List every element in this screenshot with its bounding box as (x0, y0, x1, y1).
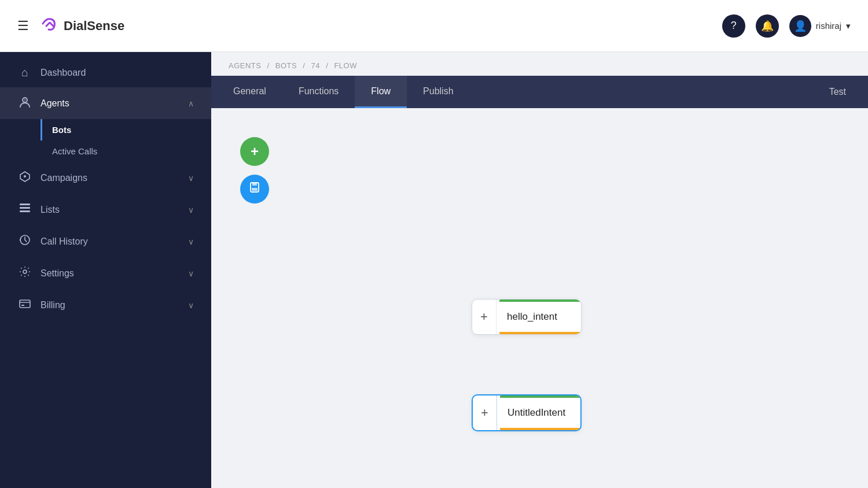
sidebar-item-label: Lists (41, 205, 180, 215)
breadcrumb-bots[interactable]: BOTS (275, 61, 297, 70)
help-button[interactable]: ? (722, 14, 745, 38)
help-icon: ? (731, 20, 737, 32)
tab-publish-label: Publish (423, 86, 453, 97)
bots-label: Bots (52, 125, 71, 135)
logo: DialSense (38, 13, 124, 38)
sidebar-item-settings[interactable]: Settings ∨ (0, 257, 211, 289)
notification-button[interactable]: 🔔 (756, 14, 779, 38)
svg-rect-3 (20, 204, 30, 205)
svg-point-2 (24, 175, 26, 178)
header: ☰ DialSense ? 🔔 👤 rishiraj ▾ (0, 0, 868, 52)
plus-icon: + (481, 405, 488, 420)
tab-flow-label: Flow (371, 86, 391, 97)
chevron-down-icon: ▾ (846, 21, 851, 31)
sidebar-item-billing[interactable]: Billing ∨ (0, 289, 211, 321)
username: rishiraj (816, 21, 841, 31)
sidebar-item-dashboard[interactable]: ⌂ Dashboard (0, 58, 211, 87)
chevron-down-icon: ∨ (188, 173, 194, 183)
menu-icon[interactable]: ☰ (17, 19, 29, 34)
agents-icon (17, 95, 32, 111)
tab-functions[interactable]: Functions (282, 76, 355, 108)
sidebar-item-active-calls[interactable]: Active Calls (41, 141, 211, 162)
svg-rect-12 (252, 188, 258, 191)
billing-icon (17, 297, 32, 313)
sidebar-item-campaigns[interactable]: Campaigns ∨ (0, 162, 211, 194)
sidebar-item-label: Agents (41, 98, 180, 109)
content: AGENTS / BOTS / 74 / FLOW General Functi… (211, 52, 868, 488)
sidebar-item-call-history[interactable]: Call History ∨ (0, 225, 211, 257)
active-calls-label: Active Calls (52, 146, 97, 156)
sidebar-item-label: Settings (41, 268, 180, 279)
sidebar: ⌂ Dashboard Agents ∧ Bots Active Calls (0, 52, 211, 488)
node-top-bar (500, 395, 581, 398)
header-right: ? 🔔 👤 rishiraj ▾ (722, 14, 851, 38)
header-left: ☰ DialSense (17, 13, 124, 38)
add-node-button[interactable]: + (240, 137, 269, 166)
breadcrumb: AGENTS / BOTS / 74 / FLOW (211, 52, 868, 76)
node-bottom-bar (500, 428, 581, 430)
call-history-icon (17, 234, 32, 249)
chevron-down-icon: ∨ (188, 269, 194, 278)
chevron-down-icon: ∨ (188, 237, 194, 246)
sidebar-item-lists[interactable]: Lists ∨ (0, 194, 211, 225)
sidebar-item-label: Billing (41, 300, 180, 310)
sidebar-item-agents[interactable]: Agents ∧ (0, 87, 211, 119)
svg-point-1 (24, 99, 26, 101)
sidebar-item-label: Dashboard (41, 68, 194, 78)
node-add-button[interactable]: + (473, 395, 497, 430)
home-icon: ⌂ (17, 66, 32, 79)
user-menu[interactable]: 👤 rishiraj ▾ (789, 15, 851, 37)
save-icon (248, 181, 261, 197)
settings-icon (17, 265, 32, 281)
chevron-down-icon: ∨ (188, 205, 194, 215)
save-button[interactable] (240, 175, 269, 204)
tab-flow[interactable]: Flow (355, 76, 407, 108)
chevron-down-icon: ∨ (188, 301, 194, 310)
tab-general[interactable]: General (217, 76, 282, 108)
node-add-button[interactable]: + (472, 300, 496, 334)
node-top-bar (499, 300, 581, 302)
svg-rect-8 (20, 300, 30, 308)
logo-text: DialSense (64, 19, 124, 34)
node-untitled-intent[interactable]: + UntitledIntent (472, 394, 582, 431)
breadcrumb-flow: FLOW (334, 61, 357, 70)
tab-test-label: Test (829, 87, 846, 97)
node-label: UntitledIntent (497, 407, 576, 419)
notification-icon: 🔔 (761, 20, 774, 32)
tab-test[interactable]: Test (813, 76, 862, 108)
tab-general-label: General (233, 86, 266, 97)
plus-icon: + (480, 309, 488, 324)
node-bottom-bar (499, 332, 581, 334)
tab-publish[interactable]: Publish (407, 76, 469, 108)
add-icon: + (251, 143, 259, 160)
tabs-bar: General Functions Flow Publish Test (211, 76, 868, 108)
breadcrumb-sep: / (267, 61, 272, 70)
breadcrumb-sep2: / (303, 61, 307, 70)
breadcrumb-agents[interactable]: AGENTS (229, 61, 261, 70)
chevron-up-icon: ∧ (188, 99, 194, 108)
breadcrumb-id[interactable]: 74 (311, 61, 320, 70)
avatar: 👤 (789, 15, 811, 37)
flow-canvas[interactable]: + + hello_intent (211, 108, 868, 488)
svg-rect-9 (21, 305, 24, 306)
campaigns-icon (17, 170, 32, 186)
lists-icon (17, 202, 32, 217)
svg-rect-11 (252, 183, 257, 186)
svg-rect-4 (20, 207, 30, 209)
breadcrumb-sep3: / (326, 61, 330, 70)
user-icon: 👤 (794, 20, 807, 32)
sidebar-item-bots[interactable]: Bots (41, 119, 211, 141)
sidebar-item-label: Campaigns (41, 173, 180, 183)
logo-icon (38, 13, 59, 38)
node-label: hello_intent (496, 311, 568, 323)
tab-functions-label: Functions (299, 86, 339, 97)
main-layout: ⌂ Dashboard Agents ∧ Bots Active Calls (0, 52, 868, 488)
svg-point-7 (23, 270, 27, 273)
node-hello-intent[interactable]: + hello_intent (472, 299, 582, 335)
svg-rect-5 (20, 210, 30, 212)
sidebar-item-label: Call History (41, 236, 180, 247)
sidebar-agents-sub: Bots Active Calls (0, 119, 211, 162)
